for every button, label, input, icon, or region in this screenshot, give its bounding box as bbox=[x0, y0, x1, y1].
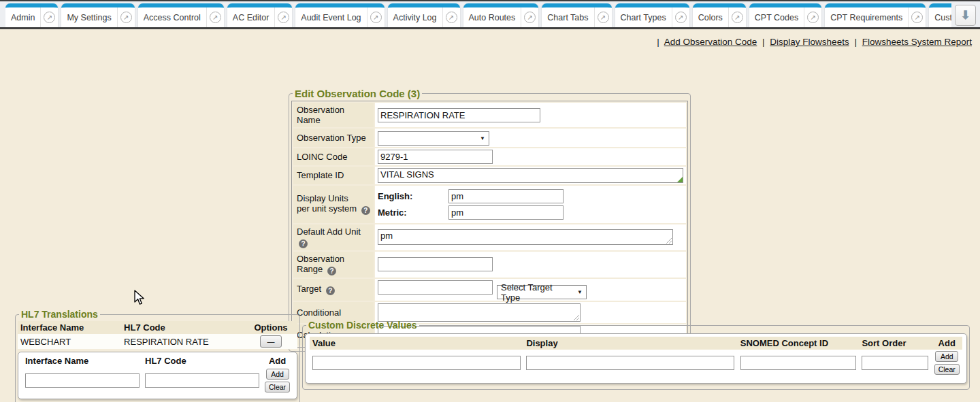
hl7-col-options: Options bbox=[244, 321, 297, 334]
observation-type-row: Observation Type ▼ bbox=[293, 129, 686, 147]
template-id-input[interactable]: VITAL SIGNS bbox=[378, 168, 683, 183]
target-row: Target ? Select Target Type ▼ bbox=[293, 279, 686, 301]
tab-label: Chart Types bbox=[615, 7, 672, 27]
tab-cpt-requirements[interactable]: CPT Requirements↗ bbox=[825, 3, 926, 27]
tab-open-new[interactable]: ↗ bbox=[594, 7, 612, 27]
tab-chart-types[interactable]: Chart Types↗ bbox=[615, 3, 689, 27]
hl7-new-code-input[interactable] bbox=[145, 373, 259, 388]
tab-chart-tabs[interactable]: Chart Tabs↗ bbox=[542, 3, 611, 27]
tab-admin[interactable]: Admin↗ bbox=[5, 3, 58, 27]
loinc-code-input[interactable] bbox=[378, 150, 493, 164]
tab-open-new[interactable]: ↗ bbox=[206, 7, 224, 27]
dropdown-arrow-icon: ▼ bbox=[480, 135, 485, 141]
tab-activity-log[interactable]: Activity Log↗ bbox=[388, 3, 460, 27]
tab-label: My Settings bbox=[61, 7, 116, 27]
english-units-input[interactable] bbox=[448, 189, 564, 203]
dropdown-arrow-icon: ▼ bbox=[577, 289, 583, 295]
hl7-add-button[interactable]: Add bbox=[266, 369, 289, 380]
cdv-col-add: Add bbox=[931, 337, 962, 350]
tab-colors[interactable]: Colors↗ bbox=[693, 3, 746, 27]
page-content: | Add Observation Code | Display Flowshe… bbox=[0, 29, 980, 401]
tab-open-new[interactable]: ↗ bbox=[367, 7, 385, 27]
tab-audit-event-log[interactable]: Audit Event Log↗ bbox=[295, 3, 384, 27]
tab-access-control[interactable]: Access Control↗ bbox=[138, 3, 224, 27]
hl7-add-header-row: Interface Name HL7 Code Add bbox=[22, 354, 293, 367]
tab-label: AC Editor bbox=[227, 7, 275, 27]
metric-units-input[interactable] bbox=[448, 205, 564, 220]
tab-open-new[interactable]: ↗ bbox=[442, 7, 460, 27]
hl7-translations-legend: HL7 Translations bbox=[19, 309, 100, 320]
display-units-label: Display Units per unit system ? bbox=[293, 186, 374, 223]
tab-open-new[interactable]: ↗ bbox=[40, 7, 58, 27]
target-type-select[interactable]: Select Target Type ▼ bbox=[497, 285, 587, 299]
cdv-sort-order-input[interactable] bbox=[862, 356, 928, 370]
tab-my-settings[interactable]: My Settings↗ bbox=[61, 3, 134, 27]
tab-custom-pharmacy[interactable]: Custom Pharmacy↗ bbox=[929, 3, 951, 27]
conditional-input[interactable] bbox=[378, 303, 581, 322]
target-label: Target ? bbox=[293, 279, 374, 301]
more-tabs-down-arrow-icon: ⬇ bbox=[960, 9, 970, 22]
observation-range-label: Observation Range ? bbox=[293, 252, 374, 278]
template-id-row: Template ID VITAL SIGNS bbox=[293, 167, 686, 184]
external-link-icon: ↗ bbox=[807, 12, 819, 23]
tab-open-new[interactable]: ↗ bbox=[521, 7, 538, 27]
external-link-icon: ↗ bbox=[598, 12, 609, 23]
metric-units-label: Metric: bbox=[378, 207, 448, 218]
external-link-icon: ↗ bbox=[120, 12, 132, 23]
nav-tabs: Admin↗ My Settings↗ Access Control↗ AC E… bbox=[5, 3, 951, 27]
template-id-autocomplete-corner-icon bbox=[677, 177, 683, 182]
tab-auto-routes[interactable]: Auto Routes↗ bbox=[463, 3, 539, 27]
tab-open-new[interactable]: ↗ bbox=[908, 7, 926, 27]
cdv-col-sort-order: Sort Order bbox=[859, 337, 931, 350]
cdv-input-row: Add Clear bbox=[310, 350, 962, 376]
cdv-add-button[interactable]: Add bbox=[935, 351, 958, 362]
default-add-unit-help-icon[interactable]: ? bbox=[299, 239, 308, 248]
observation-name-input[interactable] bbox=[378, 108, 540, 122]
header-action-links: | Add Observation Code | Display Flowshe… bbox=[654, 37, 972, 47]
tab-ac-editor[interactable]: AC Editor↗ bbox=[227, 3, 293, 27]
tab-label: CPT Codes bbox=[749, 7, 804, 27]
top-navbar: Admin↗ My Settings↗ Access Control↗ AC E… bbox=[0, 0, 980, 29]
tab-label: Auto Routes bbox=[463, 7, 521, 27]
add-observation-code-link[interactable]: Add Observation Code bbox=[664, 37, 757, 47]
default-add-unit-input[interactable]: pm bbox=[378, 229, 673, 245]
minus-icon: — bbox=[267, 337, 275, 346]
tab-open-new[interactable]: ↗ bbox=[804, 7, 821, 27]
hl7-add-col-hl7-code: HL7 Code bbox=[142, 354, 262, 367]
tab-open-new[interactable]: ↗ bbox=[117, 7, 135, 27]
link-separator: | bbox=[657, 37, 659, 47]
hl7-clear-button[interactable]: Clear bbox=[265, 382, 290, 392]
tab-open-new[interactable]: ↗ bbox=[274, 7, 292, 27]
tab-open-new[interactable]: ↗ bbox=[728, 7, 746, 27]
show-more-tabs-button[interactable]: ⬇ bbox=[955, 5, 976, 26]
display-units-help-icon[interactable]: ? bbox=[361, 206, 370, 215]
hl7-new-interface-name-input[interactable] bbox=[25, 373, 140, 388]
tab-label: Custom Pharmacy bbox=[929, 7, 951, 27]
observation-type-label: Observation Type bbox=[293, 129, 374, 147]
target-help-icon[interactable]: ? bbox=[326, 286, 335, 295]
observation-range-help-icon[interactable]: ? bbox=[327, 267, 336, 275]
hl7-translations-fieldset: HL7 Translations Interface Name HL7 Code… bbox=[15, 309, 300, 402]
custom-discrete-values-fieldset: Custom Discrete Values Value Display SNO… bbox=[302, 320, 970, 390]
tab-label: Access Control bbox=[138, 7, 206, 27]
custom-discrete-values-legend: Custom Discrete Values bbox=[306, 320, 419, 331]
default-add-unit-label: Default Add Unit ? bbox=[293, 224, 374, 250]
external-link-icon: ↗ bbox=[210, 12, 221, 23]
observation-range-input[interactable] bbox=[378, 257, 493, 271]
cdv-col-display: Display bbox=[523, 337, 737, 350]
remove-translation-button[interactable]: — bbox=[260, 335, 282, 348]
tab-cpt-codes[interactable]: CPT Codes↗ bbox=[749, 3, 821, 27]
tab-open-new[interactable]: ↗ bbox=[672, 7, 689, 27]
observation-type-select[interactable]: ▼ bbox=[378, 131, 489, 146]
cdv-snomed-concept-id-input[interactable] bbox=[740, 356, 856, 370]
cdv-header-row: Value Display SNOMED Concept ID Sort Ord… bbox=[310, 337, 962, 350]
flowsheets-system-report-link[interactable]: Flowsheets System Report bbox=[862, 37, 972, 47]
cdv-display-input[interactable] bbox=[526, 356, 734, 370]
hl7-add-col-add: Add bbox=[262, 354, 293, 367]
target-input[interactable] bbox=[378, 280, 493, 295]
observation-range-row: Observation Range ? bbox=[293, 252, 686, 278]
cdv-clear-button[interactable]: Clear bbox=[934, 364, 960, 375]
cdv-value-input[interactable] bbox=[312, 356, 521, 370]
display-flowsheets-link[interactable]: Display Flowsheets bbox=[770, 37, 849, 47]
tab-label: Chart Tabs bbox=[542, 7, 593, 27]
